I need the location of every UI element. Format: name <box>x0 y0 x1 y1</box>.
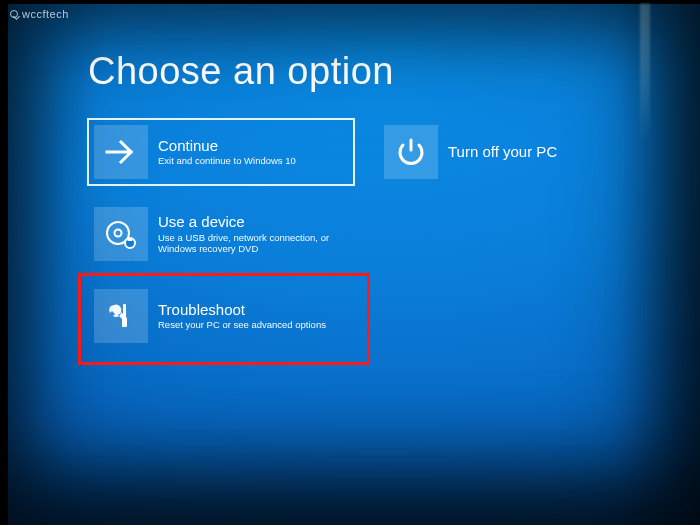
photo-frame: Choose an option <box>0 0 700 525</box>
recovery-screen: Choose an option <box>8 4 700 525</box>
option-label: Troubleshoot <box>158 301 326 318</box>
option-use-device[interactable]: Use a device Use a USB drive, network co… <box>88 201 354 267</box>
page-title: Choose an option <box>88 50 670 93</box>
svg-rect-4 <box>128 238 133 241</box>
svg-rect-6 <box>122 318 127 327</box>
option-label: Turn off your PC <box>448 143 557 160</box>
option-troubleshoot[interactable]: Troubleshoot Reset your PC or see advanc… <box>88 283 354 349</box>
option-continue[interactable]: Continue Exit and continue to Windows 10 <box>88 119 354 185</box>
option-desc: Reset your PC or see advanced options <box>158 320 326 331</box>
power-icon <box>384 125 438 179</box>
option-desc: Use a USB drive, network connection, or … <box>158 233 348 255</box>
option-label: Continue <box>158 137 296 154</box>
svg-rect-5 <box>123 304 126 318</box>
option-label: Use a device <box>158 213 348 230</box>
options-grid: Continue Exit and continue to Windows 10 <box>88 119 670 349</box>
option-desc: Exit and continue to Windows 10 <box>158 156 296 167</box>
options-column-left: Continue Exit and continue to Windows 10 <box>88 119 354 349</box>
arrow-right-icon <box>94 125 148 179</box>
option-text: Turn off your PC <box>448 143 557 160</box>
option-text: Troubleshoot Reset your PC or see advanc… <box>158 301 326 331</box>
tools-icon <box>94 289 148 343</box>
option-text: Use a device Use a USB drive, network co… <box>158 213 348 254</box>
options-column-right: Turn off your PC <box>378 119 578 349</box>
disc-usb-icon <box>94 207 148 261</box>
option-turn-off[interactable]: Turn off your PC <box>378 119 578 185</box>
svg-point-2 <box>115 230 122 237</box>
option-text: Continue Exit and continue to Windows 10 <box>158 137 296 167</box>
choose-option-panel: Choose an option <box>88 50 670 349</box>
